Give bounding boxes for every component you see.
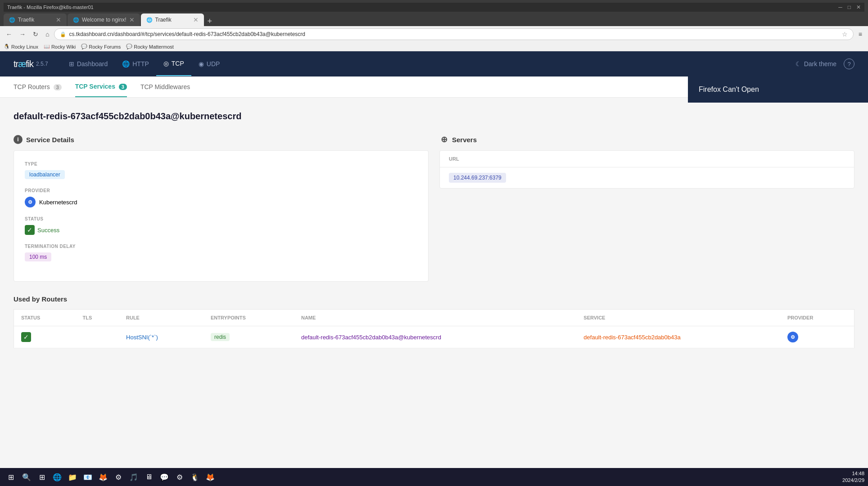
reload-button[interactable]: ↻ xyxy=(31,30,41,39)
bookmark-rocky-wiki[interactable]: 📖 Rocky Wiki xyxy=(44,44,76,50)
row-entrypoints: redis xyxy=(203,326,294,348)
routers-badge: 3 xyxy=(54,84,62,90)
server-url: 10.244.69.237:6379 xyxy=(449,173,506,183)
tab-icon-1: 🌐 xyxy=(9,17,15,23)
bookmarks-bar: 🐧 Rocky Linux 📖 Rocky Wiki 💬 Rocky Forum… xyxy=(0,42,868,51)
nav-udp[interactable]: ◉ UDP xyxy=(191,52,227,76)
moon-icon: ☾ xyxy=(796,60,801,68)
k8s-provider-icon: ⚙ xyxy=(25,197,36,207)
sub-nav-tcp-middlewares[interactable]: TCP Middlewares xyxy=(140,77,190,97)
traefik-version: 2.5.7 xyxy=(36,61,48,67)
tab-nginx[interactable]: 🌐 Welcome to nginx! ✕ xyxy=(68,14,140,26)
address-bar[interactable]: 🔒 cs.tkdashboard.cn/dashboard/#/tcp/serv… xyxy=(54,28,853,40)
globe-icon: ⊕ xyxy=(439,135,448,144)
bookmark-icon-rocky-wiki: 📖 xyxy=(44,44,50,50)
bookmark-rocky-linux[interactable]: 🐧 Rocky Linux xyxy=(4,44,38,50)
col-name: Name xyxy=(294,310,576,326)
http-icon: 🌐 xyxy=(122,60,130,68)
title-bar: Traefik - Mozilla Firefox@k8s-master01 ─… xyxy=(4,3,864,12)
routers-section: Used by Routers Status TLS Rule Entrypoi… xyxy=(14,295,854,348)
status-value: ✓ Success xyxy=(25,225,417,235)
close-btn[interactable]: ✕ xyxy=(856,4,861,10)
success-badge: ✓ Success xyxy=(25,225,59,235)
provider-label: PROVIDER xyxy=(25,188,417,193)
row-provider-icon: ⚙ xyxy=(787,332,798,342)
tcp-icon: ◎ xyxy=(163,60,169,67)
services-badge: 3 xyxy=(119,84,127,90)
traefik-app: træfik 2.5.7 ⊞ Dashboard 🌐 HTTP ◎ TCP ◉ … xyxy=(0,51,868,368)
servers-header: ⊕ Servers xyxy=(439,135,854,144)
success-icon: ✓ xyxy=(25,225,35,235)
termination-delay-value: 100 ms xyxy=(25,252,417,261)
tab-close-2[interactable]: ✕ xyxy=(129,16,135,23)
col-service: Service xyxy=(576,310,780,326)
service-details-header: i Service Details xyxy=(14,135,429,144)
routers-table-body: ✓ HostSNI(`*`) redis default-redis-673ac… xyxy=(14,326,854,348)
lock-icon: 🔒 xyxy=(60,32,66,37)
menu-button[interactable]: ≡ xyxy=(856,30,864,39)
minimize-btn[interactable]: ─ xyxy=(838,4,842,10)
window-controls[interactable]: ─ □ ✕ xyxy=(838,4,861,10)
row-service: default-redis-673acf455cb2dab0b43a xyxy=(576,326,780,348)
bookmark-icon-rocky-mattermost: 💬 xyxy=(126,44,132,50)
address-bar-actions: ☆ xyxy=(842,31,848,38)
bookmark-rocky-mattermost[interactable]: 💬 Rocky Mattermost xyxy=(126,44,174,50)
tab-bar: 🌐 Traefik ✕ 🌐 Welcome to nginx! ✕ 🌐 Trae… xyxy=(4,12,864,26)
sub-nav-tcp-routers[interactable]: TCP Routers 3 xyxy=(14,77,62,97)
dashboard-icon: ⊞ xyxy=(69,60,74,68)
routers-table-header-row: Status TLS Rule Entrypoints Name Service… xyxy=(14,310,854,326)
row-service-link[interactable]: default-redis-673acf455cb2dab0b43a xyxy=(583,334,680,341)
sub-nav-tcp-services[interactable]: TCP Services 3 xyxy=(75,76,127,97)
info-icon: i xyxy=(14,135,23,144)
loadbalancer-badge: loadbalancer xyxy=(25,170,65,179)
servers-card: URL 10.244.69.237:6379 xyxy=(439,150,854,189)
row-name-link[interactable]: default-redis-673acf455cb2dab0b43a@kuber… xyxy=(301,334,441,341)
details-grid: i Service Details TYPE loadbalancer PROV… xyxy=(14,135,854,282)
service-details-section: i Service Details TYPE loadbalancer PROV… xyxy=(14,135,429,282)
routers-table-head: Status TLS Rule Entrypoints Name Service… xyxy=(14,310,854,326)
home-button[interactable]: ⌂ xyxy=(43,30,51,39)
termination-delay-label: TERMINATION DELAY xyxy=(25,244,417,249)
col-rule: Rule xyxy=(119,310,203,326)
new-tab-button[interactable]: + xyxy=(205,17,215,26)
row-rule-link[interactable]: HostSNI(`*`) xyxy=(126,334,158,341)
tab-icon-3: 🌐 xyxy=(146,17,153,23)
tab-traefik-3[interactable]: 🌐 Traefik ✕ xyxy=(141,14,204,26)
help-button[interactable]: ? xyxy=(844,58,854,69)
main-content: default-redis-673acf455cb2dab0b43a@kuber… xyxy=(0,98,868,368)
row-name: default-redis-673acf455cb2dab0b43a@kuber… xyxy=(294,326,576,348)
row-status-icon: ✓ xyxy=(21,332,31,342)
server-row: 10.244.69.237:6379 xyxy=(440,167,854,188)
address-bar-row: ← → ↻ ⌂ 🔒 cs.tkdashboard.cn/dashboard/#/… xyxy=(0,26,868,42)
col-tls: TLS xyxy=(75,310,119,326)
bookmark-icon-rocky-forums: 💬 xyxy=(81,44,87,50)
nav-http[interactable]: 🌐 HTTP xyxy=(115,52,156,76)
provider-value: ⚙ Kubernetescrd xyxy=(25,197,417,207)
dark-theme-toggle[interactable]: ☾ Dark theme xyxy=(796,60,836,68)
forward-button[interactable]: → xyxy=(17,30,28,39)
nav-tcp[interactable]: ◎ TCP xyxy=(156,52,191,76)
window-title: Traefik - Mozilla Firefox@k8s-master01 xyxy=(7,4,94,10)
notification-text: Firefox Can't Open xyxy=(699,86,759,93)
tab-close-3[interactable]: ✕ xyxy=(193,16,199,23)
back-button[interactable]: ← xyxy=(4,30,14,39)
table-row: ✓ HostSNI(`*`) redis default-redis-673ac… xyxy=(14,326,854,348)
page-title: default-redis-673acf455cb2dab0b43a@kuber… xyxy=(14,111,854,122)
traefik-logo: træfik xyxy=(14,59,33,69)
udp-icon: ◉ xyxy=(199,60,204,68)
nav-dashboard[interactable]: ⊞ Dashboard xyxy=(62,52,115,76)
bookmark-rocky-forums[interactable]: 💬 Rocky Forums xyxy=(81,44,121,50)
col-entrypoints: Entrypoints xyxy=(203,310,294,326)
restore-btn[interactable]: □ xyxy=(848,4,851,10)
status-label: STATUS xyxy=(25,216,417,221)
tab-traefik-1[interactable]: 🌐 Traefik ✕ xyxy=(4,14,67,26)
bookmark-icon[interactable]: ☆ xyxy=(842,31,848,38)
tab-close-1[interactable]: ✕ xyxy=(56,16,61,23)
col-status: Status xyxy=(14,310,76,326)
servers-url-header: URL xyxy=(440,151,854,167)
entrypoint-badge: redis xyxy=(211,333,230,341)
service-details-card: TYPE loadbalancer PROVIDER ⚙ Kubernetesc… xyxy=(14,150,429,282)
col-provider: Provider xyxy=(780,310,854,326)
row-status: ✓ xyxy=(14,326,76,348)
address-text: cs.tkdashboard.cn/dashboard/#/tcp/servic… xyxy=(69,31,839,37)
